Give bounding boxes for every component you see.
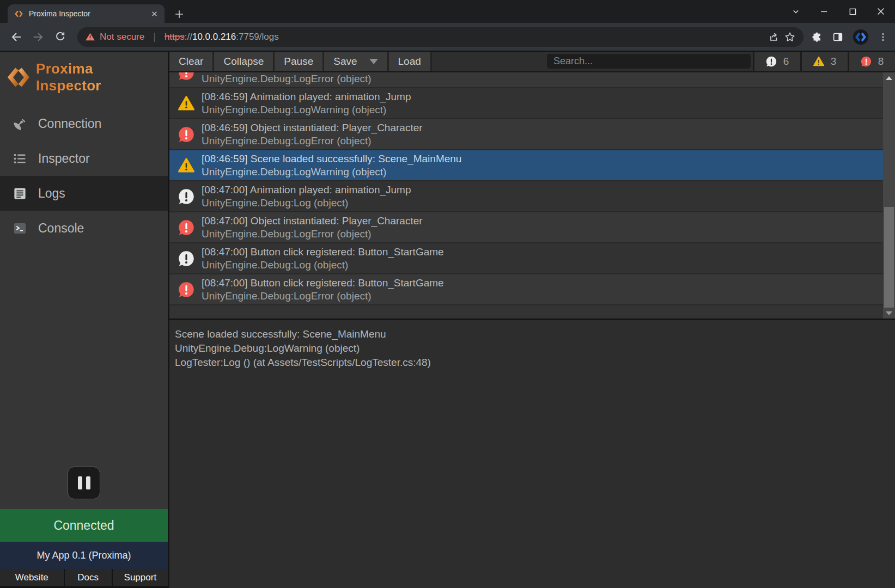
log-trace: UnityEngine.Debug:LogError (object) [202, 72, 372, 85]
clear-button[interactable]: Clear [169, 52, 212, 71]
log-trace: UnityEngine.Debug:Log (object) [202, 259, 444, 272]
warning-icon [178, 95, 194, 112]
not-secure-warning-icon [85, 32, 95, 42]
sidebar: Proxima Inspector Connection Inspector L… [0, 52, 169, 588]
save-button[interactable]: Save [324, 52, 387, 71]
sidebar-item-label: Connection [38, 117, 101, 131]
sidebar-item-inspector[interactable]: Inspector [0, 141, 168, 176]
warning-count-filter[interactable]: 3 [800, 52, 848, 71]
sidebar-item-console[interactable]: Console [0, 211, 168, 246]
info-count: 6 [783, 56, 789, 68]
url-text: https://10.0.0.216:7759/logs [165, 32, 279, 42]
info-icon [178, 250, 194, 267]
browser-tab-strip: Proxima Inspector [0, 0, 895, 23]
log-trace: UnityEngine.Debug:LogError (object) [202, 134, 423, 148]
new-tab-button[interactable] [173, 8, 185, 20]
scrollbar-track[interactable] [883, 72, 895, 318]
scrollbar-thumb[interactable] [884, 207, 894, 308]
sidebar-item-logs[interactable]: Logs [0, 176, 168, 211]
connection-status-banner: Connected [0, 509, 168, 542]
log-row[interactable]: UnityEngine.Debug:LogError (object) [169, 72, 883, 88]
error-icon [178, 281, 194, 298]
log-message: [08:47:00] Button click registered: Butt… [202, 246, 444, 259]
scrollbar-down-button[interactable] [883, 309, 895, 317]
log-row[interactable]: [08:46:59] Scene loaded successfully: Sc… [169, 150, 883, 181]
satellite-dish-icon [11, 116, 28, 131]
log-row[interactable]: [08:47:00] Button click registered: Butt… [169, 243, 883, 274]
detail-stack: LogTester:Log () (at Assets/TestScripts/… [175, 356, 890, 370]
log-rows: UnityEngine.Debug:LogError (object) [08:… [169, 72, 883, 305]
pause-updates-button[interactable] [68, 467, 100, 499]
brand: Proxima Inspector [0, 52, 168, 101]
pause-icon [78, 476, 82, 489]
warning-icon [178, 157, 194, 174]
window-minimize-button[interactable] [810, 0, 838, 23]
collapse-button[interactable]: Collapse [214, 52, 273, 71]
error-icon [178, 126, 194, 143]
proxima-inspector-app: Proxima Inspector Connection Inspector L… [0, 51, 895, 588]
back-icon[interactable] [8, 28, 25, 46]
sidebar-footer: Website Docs Support [0, 569, 168, 588]
detail-trace: UnityEngine.Debug:LogWarning (object) [175, 341, 890, 356]
logs-toolbar: Clear Collapse Pause Save Load 6 [169, 52, 895, 72]
browser-menu-kebab-icon[interactable] [878, 32, 888, 42]
log-list: UnityEngine.Debug:LogError (object) [08:… [169, 72, 895, 320]
pause-button[interactable]: Pause [275, 52, 322, 71]
log-trace: UnityEngine.Debug:LogWarning (object) [202, 103, 411, 117]
log-row[interactable]: [08:46:59] Object instantiated: Player_C… [169, 119, 883, 150]
tab-title: Proxima Inspector [29, 9, 144, 18]
log-row[interactable]: [08:47:00] Button click registered: Butt… [169, 274, 883, 305]
support-link[interactable]: Support [113, 569, 168, 586]
sidebar-item-label: Inspector [38, 151, 90, 166]
scrollbar-up-button[interactable] [883, 74, 895, 82]
log-row[interactable]: [08:46:59] Animation played: animation_J… [169, 88, 883, 119]
proxima-logo-icon [8, 66, 29, 88]
forward-icon[interactable] [29, 28, 47, 46]
window-close-button[interactable] [867, 0, 895, 23]
docs-link[interactable]: Docs [65, 569, 112, 586]
log-trace: UnityEngine.Debug:Log (object) [202, 197, 411, 210]
website-link[interactable]: Website [0, 569, 64, 586]
share-icon[interactable] [768, 31, 780, 43]
info-icon [178, 188, 194, 205]
save-menu-caret-icon[interactable] [369, 59, 378, 64]
log-message: [08:46:59] Scene loaded successfully: Sc… [202, 152, 461, 166]
error-icon [861, 56, 872, 67]
window-maximize-button[interactable] [838, 0, 867, 23]
info-count-filter[interactable]: 6 [753, 52, 800, 71]
log-detail-pane: Scene loaded successfully: Scene_MainMen… [169, 320, 895, 588]
log-trace: UnityEngine.Debug:LogError (object) [202, 290, 444, 303]
load-button[interactable]: Load [389, 52, 430, 71]
side-panel-icon[interactable] [832, 31, 844, 43]
tab-search-chevron-icon[interactable] [782, 0, 810, 23]
address-bar[interactable]: Not secure | https://10.0.0.216:7759/log… [77, 27, 803, 47]
sidebar-item-label: Console [38, 221, 84, 236]
security-label[interactable]: Not secure [100, 32, 144, 42]
favicon-proxima-icon [14, 9, 23, 19]
reload-icon[interactable] [51, 28, 69, 46]
sidebar-nav: Connection Inspector Logs Console [0, 106, 168, 246]
search-input[interactable] [547, 54, 751, 69]
sidebar-item-connection[interactable]: Connection [0, 106, 168, 141]
error-icon [178, 72, 194, 81]
logs-page: Clear Collapse Pause Save Load 6 [169, 52, 895, 588]
detail-message: Scene loaded successfully: Scene_MainMen… [175, 327, 890, 341]
log-row[interactable]: [08:47:00] Object instantiated: Player_C… [169, 212, 883, 243]
error-icon [178, 219, 194, 236]
error-count-filter[interactable]: 8 [848, 52, 895, 71]
info-icon [766, 56, 777, 67]
terminal-icon [11, 221, 28, 236]
list-icon [11, 151, 28, 166]
extensions-puzzle-icon[interactable] [811, 31, 823, 43]
error-count: 8 [878, 56, 884, 68]
bookmark-star-icon[interactable] [784, 31, 796, 43]
browser-toolbar: Not secure | https://10.0.0.216:7759/log… [0, 23, 895, 51]
log-row[interactable]: [08:47:00] Animation played: animation_J… [169, 181, 883, 212]
log-message: [08:47:00] Object instantiated: Player_C… [202, 215, 423, 228]
tab-close-icon[interactable] [150, 9, 159, 19]
proxima-extension-icon[interactable] [853, 29, 869, 45]
warning-count: 3 [831, 56, 837, 68]
brand-title: Proxima Inspector [36, 60, 161, 94]
browser-tab[interactable]: Proxima Inspector [8, 4, 165, 23]
log-message: [08:47:00] Animation played: animation_J… [202, 183, 411, 197]
